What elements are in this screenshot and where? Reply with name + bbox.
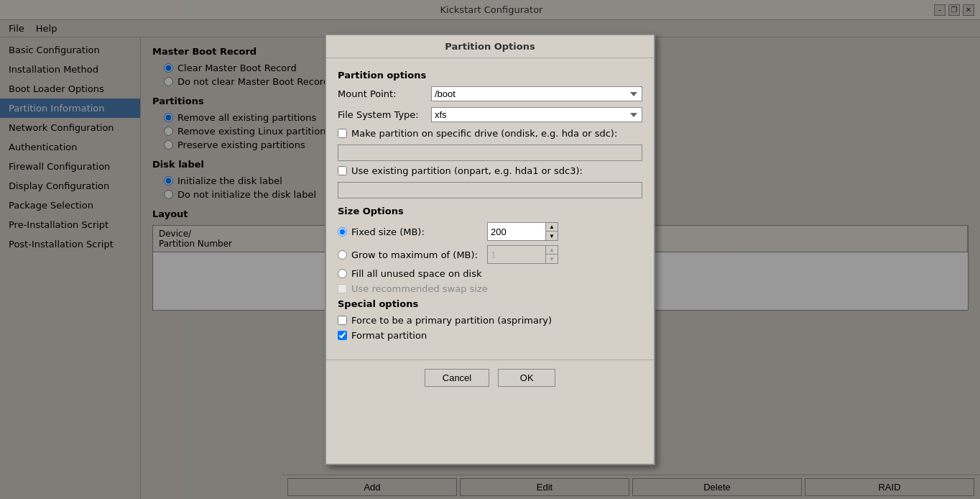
fixed-size-spinbox: 200 ▲ ▼ bbox=[487, 222, 558, 241]
use-recommended-label: Use recommended swap size bbox=[351, 283, 488, 294]
grow-max-radio[interactable] bbox=[338, 250, 347, 260]
make-partition-label: Make partition on specific drive (ondisk… bbox=[351, 128, 617, 139]
format-partition-label: Format partition bbox=[351, 330, 427, 341]
fixed-size-radio-group: Fixed size (MB): bbox=[338, 226, 481, 237]
fixed-size-input[interactable]: 200 bbox=[488, 223, 545, 240]
grow-max-spinbox-btns: ▲ ▼ bbox=[545, 246, 558, 263]
use-recommended-checkbox[interactable] bbox=[338, 284, 347, 293]
mount-point-row: Mount Point: /boot / /home /var swap bbox=[338, 86, 642, 101]
cancel-button[interactable]: Cancel bbox=[425, 369, 489, 387]
partition-options-dialog: Partition Options Partition options Moun… bbox=[325, 34, 655, 465]
mount-point-select[interactable]: /boot / /home /var swap bbox=[431, 86, 642, 101]
grow-max-up-btn[interactable]: ▲ bbox=[546, 246, 558, 255]
fixed-size-up-btn[interactable]: ▲ bbox=[546, 223, 558, 232]
format-partition-row: Format partition bbox=[338, 330, 642, 341]
make-partition-input[interactable] bbox=[338, 145, 642, 161]
modal-overlay: Partition Options Partition options Moun… bbox=[0, 0, 980, 499]
mount-point-control: /boot / /home /var swap bbox=[431, 86, 642, 101]
size-options-section-title: Size Options bbox=[338, 206, 642, 216]
grow-max-label: Grow to maximum of (MB): bbox=[351, 249, 478, 260]
fixed-size-spinbox-btns: ▲ ▼ bbox=[545, 223, 558, 240]
grow-max-row: Grow to maximum of (MB): 1 ▲ ▼ bbox=[338, 245, 642, 264]
grow-max-radio-group: Grow to maximum of (MB): bbox=[338, 249, 481, 260]
special-options-section-title: Special options bbox=[338, 298, 642, 309]
fixed-size-row: Fixed size (MB): 200 ▲ ▼ bbox=[338, 222, 642, 241]
filesystem-type-label: File System Type: bbox=[338, 109, 431, 120]
make-partition-checkbox-row: Make partition on specific drive (ondisk… bbox=[338, 128, 642, 139]
fixed-size-down-btn[interactable]: ▼ bbox=[546, 232, 558, 240]
filesystem-type-control: xfs ext4 ext3 ext2 swap bbox=[431, 107, 642, 122]
grow-max-down-btn[interactable]: ▼ bbox=[546, 255, 558, 263]
fill-unused-row: Fill all unused space on disk bbox=[338, 268, 642, 279]
use-existing-label: Use existing partition (onpart, e.g. hda… bbox=[351, 165, 583, 176]
force-primary-row: Force to be a primary partition (asprima… bbox=[338, 315, 642, 326]
dialog-footer: Cancel OK bbox=[326, 360, 654, 395]
filesystem-type-select[interactable]: xfs ext4 ext3 ext2 swap bbox=[431, 107, 642, 122]
filesystem-type-row: File System Type: xfs ext4 ext3 ext2 swa… bbox=[338, 107, 642, 122]
dialog-title: Partition Options bbox=[326, 35, 654, 58]
partition-options-section-title: Partition options bbox=[338, 70, 642, 81]
make-partition-checkbox[interactable] bbox=[338, 129, 347, 138]
use-existing-checkbox[interactable] bbox=[338, 166, 347, 175]
force-primary-label: Force to be a primary partition (asprima… bbox=[351, 315, 552, 326]
fixed-size-label: Fixed size (MB): bbox=[351, 226, 425, 237]
mount-point-label: Mount Point: bbox=[338, 88, 431, 99]
use-existing-input[interactable] bbox=[338, 182, 642, 198]
use-existing-checkbox-row: Use existing partition (onpart, e.g. hda… bbox=[338, 165, 642, 176]
fill-unused-radio[interactable] bbox=[338, 269, 347, 278]
fill-unused-label: Fill all unused space on disk bbox=[351, 268, 481, 279]
format-partition-checkbox[interactable] bbox=[338, 331, 347, 340]
grow-max-spinbox: 1 ▲ ▼ bbox=[487, 245, 558, 264]
use-recommended-row: Use recommended swap size bbox=[338, 283, 642, 294]
force-primary-checkbox[interactable] bbox=[338, 316, 347, 325]
fixed-size-radio[interactable] bbox=[338, 227, 347, 237]
ok-button[interactable]: OK bbox=[498, 369, 555, 387]
grow-max-input[interactable]: 1 bbox=[488, 246, 545, 263]
dialog-body: Partition options Mount Point: /boot / /… bbox=[326, 58, 654, 354]
